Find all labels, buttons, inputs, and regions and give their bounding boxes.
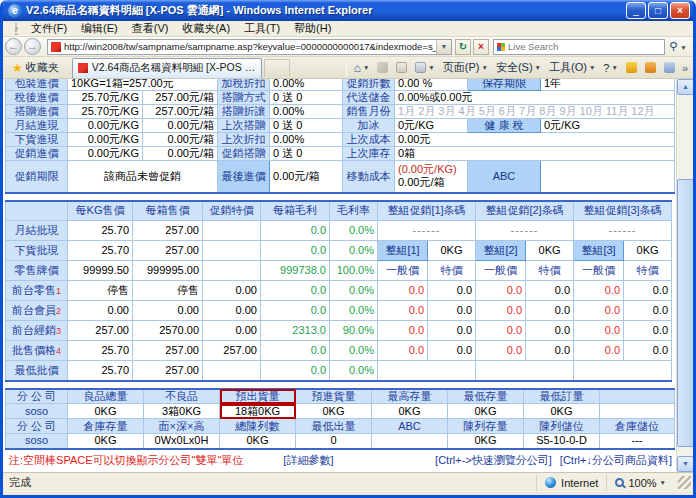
- addon-button-1[interactable]: [622, 58, 641, 78]
- group-promo-3-button[interactable]: 整組[3]: [574, 241, 624, 261]
- live-search-icon: [497, 43, 505, 51]
- row-label: 零售牌價: [6, 261, 68, 281]
- menu-edit[interactable]: 编辑(E): [74, 21, 125, 36]
- field-value: 25.70元/KG: [68, 105, 143, 119]
- cell-value: [378, 361, 476, 381]
- moving-cost-box: 0.00元/箱: [398, 176, 444, 188]
- new-tab-button[interactable]: [264, 59, 290, 77]
- cell-value: 0KG: [296, 404, 372, 419]
- cell-value: ---: [600, 434, 675, 449]
- chevron-down-icon: ▼: [481, 64, 487, 71]
- search-dropdown-icon[interactable]: ▼: [680, 44, 686, 51]
- row-label: 前台會員2: [6, 301, 68, 321]
- menu-favorites[interactable]: 收藏夹(A): [175, 21, 237, 36]
- addon-button-3[interactable]: [660, 58, 679, 78]
- vertical-scrollbar[interactable]: ▲ ▼: [676, 79, 693, 472]
- close-button[interactable]: ×: [670, 2, 690, 19]
- cell-value: 0KG: [624, 241, 672, 261]
- cell-value: 0.00: [68, 301, 133, 321]
- cell-value: [203, 361, 261, 381]
- health-tax-button[interactable]: 健 康 稅: [468, 119, 541, 133]
- scroll-up-arrow[interactable]: ▲: [677, 79, 693, 95]
- cell-value: 25.70: [68, 361, 133, 381]
- column-header: 最高存量: [372, 389, 448, 404]
- cell-value: 0.0: [476, 301, 526, 321]
- cell-value: 0KG: [428, 241, 476, 261]
- menu-help[interactable]: 帮助(H): [287, 21, 338, 36]
- stop-button[interactable]: ×: [473, 39, 489, 55]
- minimize-button[interactable]: _: [626, 2, 646, 19]
- cell-value: 0.00: [203, 301, 261, 321]
- last-purchase-price-button[interactable]: 最後進價: [218, 161, 270, 193]
- cell-value: 停售: [68, 281, 133, 301]
- address-bar: ← → ▼ ↻ × ⚲▼: [3, 37, 693, 57]
- menu-view[interactable]: 查看(V): [125, 21, 176, 36]
- cell-value: 0.0: [574, 341, 624, 361]
- cell-value: 25.70: [68, 221, 133, 241]
- group-promo-2-button[interactable]: 整組[2]: [476, 241, 526, 261]
- cell-value: 0.0%: [330, 301, 378, 321]
- field-label: 稅後進價: [6, 91, 68, 105]
- table-row: soso 0KG 3箱0KG 18箱0KG 0KG 0KG 0KG 0KG: [6, 404, 675, 419]
- favorites-button[interactable]: ★ 收藏夹: [5, 58, 66, 78]
- forward-button[interactable]: →: [24, 38, 41, 55]
- back-button[interactable]: ←: [5, 38, 22, 55]
- row-label: 月結批現: [6, 221, 68, 241]
- refresh-button[interactable]: ↻: [455, 39, 471, 55]
- scroll-down-arrow[interactable]: ▼: [677, 456, 693, 472]
- print-icon: [415, 62, 426, 73]
- menu-tools[interactable]: 工具(T): [237, 21, 287, 36]
- row-label: 批售價格4: [6, 341, 68, 361]
- address-input[interactable]: [64, 40, 436, 54]
- search-magnifier-icon[interactable]: ⚲▼: [665, 38, 691, 56]
- addon-button-2[interactable]: [641, 58, 660, 78]
- group-promo-1-button[interactable]: 整組[1]: [378, 241, 428, 261]
- resize-grip[interactable]: [678, 476, 691, 489]
- cell-value: 0KG: [448, 434, 524, 449]
- column-header: 整組促銷[1]条碼: [378, 201, 476, 221]
- active-tab[interactable]: V2.64商品名稱資料明細 [X-POS 雲通網]: [72, 58, 262, 78]
- read-mail-button[interactable]: [392, 58, 411, 78]
- tools-menu-button[interactable]: 工具(O)▼: [545, 58, 599, 78]
- ctrl-down-branch-product-link[interactable]: [Ctrl+↓分公司商品資料]: [560, 453, 672, 468]
- field-value: 0.00元/箱: [270, 161, 343, 193]
- abc-button[interactable]: ABC: [468, 161, 541, 193]
- cell-value: 0.0: [574, 301, 624, 321]
- tab-favicon: [78, 63, 88, 73]
- detail-params-link[interactable]: [詳細參數]: [283, 453, 333, 468]
- cell-value: 0.0%: [330, 361, 378, 381]
- search-input[interactable]: [508, 40, 664, 53]
- address-dropdown-icon[interactable]: ▼: [436, 40, 451, 54]
- field-label: 上次庫存: [343, 147, 395, 161]
- maximize-button[interactable]: □: [648, 2, 668, 19]
- toolbar-overflow-chevron[interactable]: »: [679, 62, 691, 74]
- column-header: 倉庫存量: [68, 419, 144, 434]
- column-header: 促銷特價: [203, 201, 261, 221]
- star-icon: ★: [12, 61, 23, 75]
- menu-file[interactable]: 文件(F): [24, 21, 74, 36]
- field-value: 25.70元/KG: [68, 91, 143, 105]
- field-value: 0 送 0: [270, 91, 343, 105]
- field-value: 0.00%或0.00元: [395, 91, 675, 105]
- addon-icon: [664, 62, 675, 73]
- table-row: 搭贈進價 25.70元/KG 257.00元/箱 搭贈折讓 0.00% 銷售月份…: [6, 105, 675, 119]
- table-row: 最低批價 25.70 257.00 0.0 0.0%: [6, 361, 672, 381]
- cell-value: 0.0: [476, 341, 526, 361]
- zoom-dropdown-icon[interactable]: ▼: [660, 479, 666, 486]
- toolbar-grip: [15, 23, 18, 35]
- scrollbar-thumb[interactable]: [677, 179, 693, 447]
- help-button[interactable]: ?▼: [599, 58, 622, 78]
- chevron-down-icon: ▼: [535, 64, 541, 71]
- field-value: 0.00元/KG: [68, 147, 143, 161]
- cell-value: 0.0: [526, 321, 574, 341]
- ctrl-right-branch-link[interactable]: [Ctrl+->快速瀏覽分公司]: [435, 453, 552, 468]
- page-menu-button[interactable]: 页面(P)▼: [439, 58, 492, 78]
- zoom-segment[interactable]: 100% ▼: [606, 475, 674, 491]
- feeds-button[interactable]: [373, 58, 392, 78]
- print-button[interactable]: ▼: [411, 58, 438, 78]
- chevron-down-icon: ▼: [428, 64, 434, 71]
- safety-menu-button[interactable]: 安全(S)▼: [492, 58, 545, 78]
- cell-value: 0.0: [261, 221, 330, 241]
- home-button[interactable]: ⌂▼: [350, 58, 374, 78]
- shelf-life-button[interactable]: 保存期限: [468, 79, 541, 91]
